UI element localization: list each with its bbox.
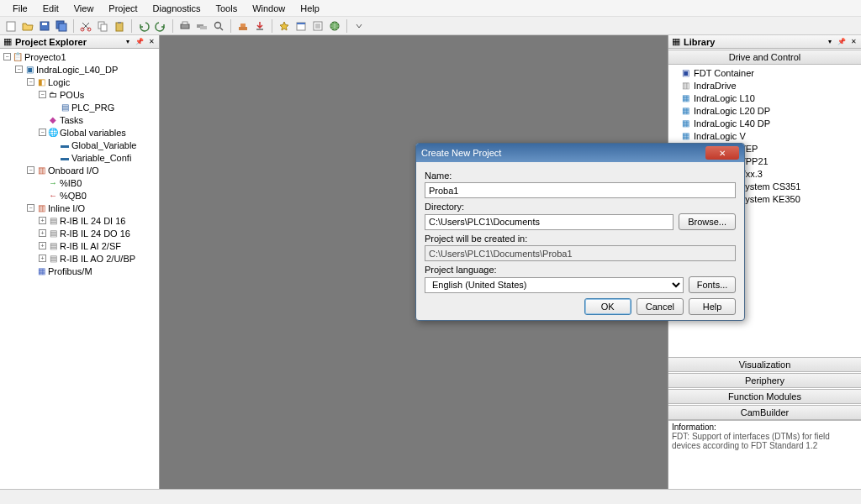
tree-toggle[interactable]: − (27, 204, 34, 212)
lib-item[interactable]: ▦IndraLogic L20 DP (672, 104, 858, 117)
explorer-close-icon[interactable]: ✕ (147, 38, 156, 46)
tree-io1[interactable]: R-IB IL 24 DI 16 (60, 216, 125, 226)
created-in-field (425, 245, 736, 261)
library-category-cambuilder[interactable]: CamBuilder (668, 405, 861, 420)
svg-point-15 (215, 22, 221, 28)
mdi-area: Create New Project ✕ Name: Directory: Br… (160, 35, 668, 504)
bus-icon: ▦ (36, 266, 46, 276)
info-label: Information: (672, 423, 858, 432)
tree-profibus[interactable]: Profibus/M (48, 266, 92, 276)
globe-icon[interactable] (327, 18, 342, 34)
tree-indralogic[interactable]: IndraLogic_L40_DP (36, 65, 118, 75)
library-grip-icon: ▦ (672, 36, 680, 47)
var-icon: ▬ (60, 140, 70, 150)
download-icon[interactable] (252, 18, 267, 34)
library-category-drive[interactable]: Drive and Control (668, 50, 861, 65)
lib-item[interactable]: ▦IndraLogic L10 (672, 92, 858, 104)
tree-toggle[interactable]: + (39, 242, 46, 249)
calendar-icon[interactable] (293, 18, 309, 34)
tree-tasks[interactable]: Tasks (60, 115, 83, 125)
cut-icon[interactable] (78, 18, 93, 34)
print-icon[interactable] (177, 18, 193, 34)
lib-item[interactable]: ▣FDT Container (672, 66, 858, 79)
tree-toggle[interactable]: + (39, 217, 46, 224)
tree-logic[interactable]: Logic (48, 77, 70, 87)
explorer-tree[interactable]: −📋Proyecto1 −▣IndraLogic_L40_DP −◧Logic … (0, 49, 159, 492)
name-input[interactable] (425, 182, 736, 198)
tree-io4[interactable]: R-IB IL AO 2/U/BP (60, 254, 135, 264)
tree-toggle[interactable]: − (15, 66, 23, 73)
tree-toggle[interactable]: − (3, 53, 11, 60)
tree-toggle[interactable]: + (39, 255, 46, 262)
cancel-button[interactable]: Cancel (637, 298, 684, 315)
tree-ib0[interactable]: %IB0 (60, 178, 82, 188)
module-icon: ▤ (48, 241, 58, 251)
star-icon[interactable] (277, 18, 292, 34)
library-category-visualization[interactable]: Visualization (668, 357, 861, 372)
tree-pous[interactable]: POUs (60, 90, 84, 100)
tree-toggle[interactable]: + (39, 229, 46, 237)
logic-icon: ◧ (36, 77, 46, 87)
copy-icon[interactable] (95, 18, 110, 34)
svg-rect-0 (7, 22, 15, 31)
directory-input[interactable] (425, 214, 673, 230)
tree-project[interactable]: Proyecto1 (24, 52, 66, 62)
svg-rect-8 (101, 24, 107, 31)
find-icon[interactable] (211, 18, 226, 34)
redo-icon[interactable] (153, 18, 168, 34)
tree-onboard[interactable]: Onboard I/O (48, 165, 99, 176)
tree-qb0[interactable]: %QB0 (60, 191, 87, 201)
menu-project[interactable]: Project (101, 2, 145, 15)
svg-rect-10 (118, 22, 121, 24)
menu-window[interactable]: Window (245, 2, 293, 15)
io-icon: ▥ (36, 165, 46, 176)
tree-io3[interactable]: R-IB IL AI 2/SF (60, 241, 121, 251)
library-close-icon[interactable]: ✕ (849, 38, 858, 46)
menu-view[interactable]: View (66, 2, 102, 15)
undo-icon[interactable] (136, 18, 151, 34)
tree-toggle[interactable]: − (27, 78, 34, 86)
dialog-close-button[interactable]: ✕ (705, 146, 739, 160)
open-icon[interactable] (20, 18, 35, 34)
svg-rect-14 (200, 26, 207, 29)
settings-icon[interactable] (310, 18, 325, 34)
tree-globals[interactable]: Global variables (60, 128, 126, 138)
saveall-icon[interactable] (54, 18, 69, 34)
new-icon[interactable] (3, 18, 18, 34)
dropdown-icon[interactable] (351, 18, 367, 34)
help-button[interactable]: Help (689, 298, 736, 315)
library-category-modules[interactable]: Function Modules (668, 389, 861, 404)
fonts-button[interactable]: Fonts... (689, 276, 736, 293)
explorer-pin-icon[interactable]: 📌 (135, 38, 144, 46)
lib-item[interactable]: ▥IndraDrive (672, 79, 858, 92)
save-icon[interactable] (37, 18, 52, 34)
tree-inline[interactable]: Inline I/O (48, 203, 85, 213)
printers-icon[interactable] (194, 18, 209, 34)
menu-help[interactable]: Help (293, 2, 327, 15)
explorer-dropdown-icon[interactable]: ▾ (124, 38, 132, 46)
lib-item[interactable]: ▦IndraLogic V (672, 129, 858, 142)
tree-toggle[interactable]: − (39, 91, 46, 98)
language-select[interactable]: English (United States) (425, 277, 684, 293)
tree-io2[interactable]: R-IB IL 24 DO 16 (60, 228, 130, 239)
library-category-periphery[interactable]: Periphery (668, 373, 861, 388)
menu-edit[interactable]: Edit (35, 2, 66, 15)
lib-item[interactable]: ▦IndraLogic L40 DP (672, 117, 858, 129)
explorer-header: ▦ Project Explorer ▾ 📌 ✕ (0, 35, 159, 49)
library-dropdown-icon[interactable]: ▾ (826, 38, 834, 46)
library-pin-icon[interactable]: 📌 (837, 38, 846, 46)
paste-icon[interactable] (112, 18, 127, 34)
browse-button[interactable]: Browse... (679, 213, 736, 230)
ok-button[interactable]: OK (584, 298, 631, 315)
tree-toggle[interactable]: − (39, 129, 46, 136)
tree-gvar[interactable]: Global_Variable (71, 140, 136, 150)
dialog-titlebar[interactable]: Create New Project ✕ (416, 144, 744, 162)
menu-diagnostics[interactable]: Diagnostics (145, 2, 209, 15)
tree-vconf[interactable]: Variable_Confi (71, 153, 131, 163)
create-project-dialog: Create New Project ✕ Name: Directory: Br… (415, 143, 745, 321)
tree-toggle[interactable]: − (27, 166, 34, 174)
tree-plcprg[interactable]: PLC_PRG (71, 102, 114, 113)
menu-tools[interactable]: Tools (208, 2, 245, 15)
menu-file[interactable]: File (5, 2, 35, 15)
build-icon[interactable] (235, 18, 251, 34)
